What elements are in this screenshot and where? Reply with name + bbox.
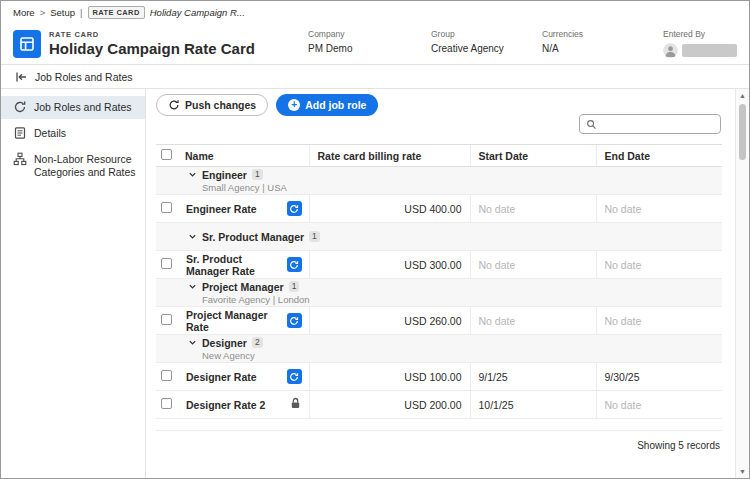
- company-label: Company: [308, 29, 431, 39]
- sidebar-item-details[interactable]: Details: [1, 122, 145, 145]
- scroll-up-arrow[interactable]: ▲: [736, 92, 749, 99]
- group-label: Group: [431, 29, 542, 39]
- row-checkbox[interactable]: [161, 202, 172, 213]
- group-count-badge: 1: [289, 281, 300, 292]
- search-icon: [586, 119, 597, 130]
- end-date[interactable]: No date: [596, 307, 722, 335]
- company-value: PM Demo: [308, 43, 431, 54]
- main-panel: Push changes + Add job role: [146, 89, 735, 478]
- group-row: Sr. Product Manager 1: [156, 223, 722, 251]
- group-row: Project Manager 1 Favorite Agency | Lond…: [156, 279, 722, 307]
- billing-rate-icon[interactable]: [287, 201, 302, 216]
- rates-table: Name Rate card billing rate Start Date E…: [156, 144, 722, 431]
- column-header-start-date[interactable]: Start Date: [470, 145, 596, 167]
- meta-company: Company PM Demo: [308, 29, 431, 58]
- chevron-down-icon[interactable]: [188, 282, 197, 291]
- end-date[interactable]: No date: [596, 391, 722, 419]
- breadcrumb-current-page: Holiday Campaign R...: [150, 7, 245, 18]
- column-header-end-date[interactable]: End Date: [596, 145, 722, 167]
- vertical-scrollbar[interactable]: ▲ ▼: [735, 89, 749, 478]
- chevron-down-icon[interactable]: [188, 338, 197, 347]
- start-date[interactable]: 9/1/25: [470, 363, 596, 391]
- chevron-down-icon[interactable]: [188, 170, 197, 179]
- group-count-badge: 1: [252, 169, 263, 180]
- rate-row: Designer Rate 2 USD 200.00 10/1/25 No da…: [156, 391, 722, 419]
- app-window: More > Setup | RATE CARD Holiday Campaig…: [0, 0, 750, 479]
- rate-value[interactable]: USD 100.00: [309, 363, 470, 391]
- end-date[interactable]: 9/30/25: [596, 363, 722, 391]
- breadcrumb-setup[interactable]: Setup: [50, 7, 75, 18]
- sidebar-item-job-roles-and-rates[interactable]: Job Roles and Rates: [1, 96, 145, 119]
- object-type-eyebrow: RATE CARD: [49, 30, 308, 39]
- meta-currencies: Currencies N/A: [542, 29, 663, 58]
- table-header-row: Name Rate card billing rate Start Date E…: [156, 145, 722, 167]
- entered-by-label: Entered By: [663, 29, 737, 39]
- rate-row: Designer Rate USD 100.00 9/1/25 9/30/25: [156, 363, 722, 391]
- rate-value[interactable]: USD 260.00: [309, 307, 470, 335]
- breadcrumb-more[interactable]: More: [13, 7, 35, 18]
- details-icon: [13, 126, 27, 140]
- column-header-rate[interactable]: Rate card billing rate: [309, 145, 470, 167]
- group-count-badge: 1: [309, 231, 320, 242]
- group-row: Designer 2 New Agency: [156, 335, 722, 363]
- rates-refresh-icon: [13, 100, 27, 114]
- start-date[interactable]: No date: [470, 251, 596, 279]
- rate-name: Project Manager Rate: [186, 309, 287, 333]
- content-body: Job Roles and Rates Details Non-Labor Re…: [1, 89, 749, 478]
- scrollbar-thumb[interactable]: [739, 104, 746, 160]
- rate-value[interactable]: USD 300.00: [309, 251, 470, 279]
- rate-card-glyph: [18, 35, 36, 53]
- start-date[interactable]: No date: [470, 307, 596, 335]
- title-block: RATE CARD Holiday Campaign Rate Card: [49, 30, 308, 57]
- add-job-role-button[interactable]: + Add job role: [276, 94, 378, 116]
- back-link[interactable]: Job Roles and Rates: [1, 65, 749, 89]
- scroll-down-arrow[interactable]: ▼: [736, 468, 749, 475]
- search-box[interactable]: [579, 114, 721, 134]
- billing-rate-icon[interactable]: [287, 313, 302, 328]
- column-header-name[interactable]: Name: [182, 145, 309, 167]
- add-job-role-label: Add job role: [305, 99, 366, 111]
- rate-value[interactable]: USD 200.00: [309, 391, 470, 419]
- group-value: Creative Agency: [431, 43, 542, 54]
- plus-icon: +: [288, 99, 300, 111]
- back-link-label: Job Roles and Rates: [35, 71, 132, 83]
- push-changes-button[interactable]: Push changes: [156, 94, 268, 116]
- group-name: Designer: [202, 337, 247, 349]
- rate-card-app-icon: [13, 30, 41, 58]
- meta-group: Group Creative Agency: [431, 29, 542, 58]
- group-subtitle: Favorite Agency | London: [202, 294, 721, 305]
- search-input[interactable]: [601, 118, 714, 131]
- billing-rate-icon[interactable]: [287, 257, 302, 272]
- currencies-value: N/A: [542, 43, 663, 54]
- row-checkbox[interactable]: [161, 258, 172, 269]
- header-meta: Company PM Demo Group Creative Agency Cu…: [308, 29, 737, 58]
- billing-rate-icon[interactable]: [287, 369, 302, 384]
- chevron-down-icon[interactable]: [188, 232, 197, 241]
- rate-name: Engineer Rate: [186, 203, 257, 215]
- row-checkbox[interactable]: [161, 398, 172, 409]
- currencies-label: Currencies: [542, 29, 663, 39]
- start-date[interactable]: No date: [470, 195, 596, 223]
- sidebar-item-non-labor-resource-categories[interactable]: Non-Labor Resource Categories and Rates: [1, 148, 145, 184]
- rate-value[interactable]: USD 400.00: [309, 195, 470, 223]
- end-date[interactable]: No date: [596, 195, 722, 223]
- select-all-checkbox[interactable]: [161, 149, 172, 160]
- end-date[interactable]: No date: [596, 251, 722, 279]
- start-date[interactable]: 10/1/25: [470, 391, 596, 419]
- categories-hierarchy-icon: [13, 152, 27, 166]
- lock-icon: [289, 397, 302, 410]
- push-changes-label: Push changes: [185, 99, 256, 111]
- sidebar-item-label: Job Roles and Rates: [34, 101, 131, 114]
- group-subtitle: Small Agency | USA: [202, 182, 721, 193]
- row-checkbox[interactable]: [161, 314, 172, 325]
- back-arrow-icon: [14, 70, 28, 84]
- page-title: Holiday Campaign Rate Card: [49, 40, 308, 57]
- breadcrumb-divider: |: [80, 7, 82, 18]
- group-name: Project Manager: [202, 281, 284, 293]
- breadcrumb: More > Setup | RATE CARD Holiday Campaig…: [1, 1, 749, 23]
- group-subtitle: New Agency: [202, 350, 721, 361]
- breadcrumb-rate-card-badge: RATE CARD: [88, 6, 145, 19]
- table-spacer-row: [156, 419, 722, 431]
- row-checkbox[interactable]: [161, 370, 172, 381]
- rate-row: Project Manager Rate USD 260.00 No date …: [156, 307, 722, 335]
